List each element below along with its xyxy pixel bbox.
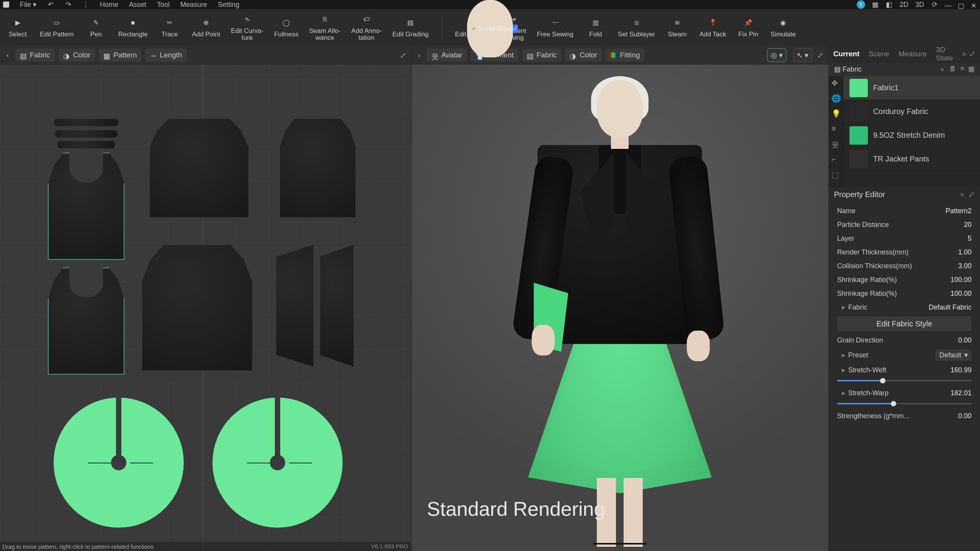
expand-3d-icon[interactable]: ⤢ xyxy=(816,51,825,59)
tool-add-annotation[interactable]: 🏷Add Anno-tation xyxy=(351,14,382,41)
fabric-row[interactable]: Fabric1 xyxy=(843,76,980,100)
chevron-icon[interactable]: ▸ xyxy=(842,389,845,397)
strength-value[interactable]: 0.00 xyxy=(958,412,972,420)
tool-rectangle[interactable]: ■Rectangle xyxy=(118,17,148,38)
pattern-skirt-circle[interactable] xyxy=(212,398,343,528)
list-view-icon[interactable]: ≡ xyxy=(960,65,964,74)
pattern-piece[interactable] xyxy=(320,245,354,367)
split-icon[interactable]: ◧ xyxy=(886,1,893,8)
tool-steam[interactable]: ≋Steam xyxy=(666,17,689,38)
tool-edit-curvature[interactable]: ∿Edit Curva-ture xyxy=(231,14,263,41)
tabs-expand-icon[interactable]: ⤢ xyxy=(969,49,975,58)
subbar-2d-prev[interactable]: ‹ xyxy=(4,51,11,59)
prop-name-value[interactable]: Pattern2 xyxy=(946,207,972,215)
tool-set-sublayer[interactable]: ≣Set Sublayer xyxy=(618,17,655,38)
menu-tool[interactable]: Tool xyxy=(157,1,170,9)
preset-select[interactable]: Default▾ xyxy=(936,349,972,361)
menu-home[interactable]: Home xyxy=(100,1,118,9)
prop-value[interactable]: 100.00 xyxy=(951,290,972,298)
bracket-icon[interactable]: ⌐ xyxy=(831,155,840,163)
tool-fix-pin[interactable]: 📌Fix Pin xyxy=(737,17,760,38)
move-icon[interactable]: ✥ xyxy=(831,78,840,87)
tab-measure[interactable]: Measure xyxy=(898,50,927,58)
prop-value[interactable]: 1.00 xyxy=(958,248,972,256)
view-2d[interactable]: 2D xyxy=(900,1,908,9)
grid-view-icon[interactable]: ▦ xyxy=(968,65,975,74)
canvas-2d[interactable]: Drag to move pattern, right-click to pat… xyxy=(0,65,411,551)
fabric-row[interactable]: TR Jacket Pants xyxy=(843,147,980,171)
tool-edit-pattern[interactable]: ▭Edit Pattern xyxy=(40,17,74,38)
chevron-icon[interactable]: ▸ xyxy=(842,351,845,359)
menu-asset[interactable]: Asset xyxy=(129,1,146,9)
cursor-mode-button[interactable]: ↖ ▾ xyxy=(793,48,812,62)
view-3d[interactable]: 3D xyxy=(915,1,924,9)
chip-color[interactable]: ◑Color xyxy=(59,49,95,62)
pattern-piece[interactable] xyxy=(149,118,249,218)
window-maximize[interactable]: ▢ xyxy=(958,2,964,8)
more-icon[interactable]: ⋮ xyxy=(82,1,89,8)
stretch-warp-slider[interactable] xyxy=(837,400,972,408)
tool-free-sewing[interactable]: 〰Free Sewing xyxy=(537,17,573,38)
tab-scene[interactable]: Scene xyxy=(869,50,889,58)
cube-icon[interactable]: ⬚ xyxy=(831,170,840,179)
prop-value[interactable]: 3.00 xyxy=(958,262,972,270)
add-fabric-icon[interactable]: ＋ xyxy=(939,65,946,74)
chip-avatar[interactable]: 웃Avatar xyxy=(427,49,467,62)
camera-mode-button[interactable]: ◎ ▾ xyxy=(767,48,786,62)
menu-setting[interactable]: Setting xyxy=(218,1,239,9)
tabs-more-icon[interactable]: » xyxy=(962,49,966,58)
pattern-piece[interactable] xyxy=(279,118,356,218)
pattern-piece[interactable] xyxy=(54,130,118,138)
chip-color-3d[interactable]: ◑Color xyxy=(565,49,601,62)
tool-pen[interactable]: ✎Pen xyxy=(85,17,108,38)
pattern-piece[interactable] xyxy=(48,153,124,260)
prop-expand-icon[interactable]: ⤢ xyxy=(968,190,975,199)
tool-select[interactable]: ▶Select xyxy=(6,17,29,38)
viewport-3d[interactable]: Standard Rendering xyxy=(412,65,828,551)
tool-add-point[interactable]: ⊕Add Point xyxy=(192,17,220,38)
tool-seam-allowance[interactable]: ⎘Seam Allo-wance xyxy=(309,14,340,41)
prop-value[interactable]: 100.00 xyxy=(951,276,972,284)
grain-value[interactable]: 0.00 xyxy=(958,336,972,344)
tool-simulate[interactable]: ◉Simulate xyxy=(771,17,796,38)
tool-fullness[interactable]: ◯Fullness xyxy=(274,17,298,38)
globe-icon[interactable]: 🌐 xyxy=(831,94,840,102)
stretch-warp-value[interactable]: 182.01 xyxy=(951,389,972,397)
pattern-skirt-circle[interactable] xyxy=(54,398,184,528)
light-icon[interactable]: 💡 xyxy=(831,109,840,117)
tool-fold[interactable]: ▥Fold xyxy=(584,17,607,38)
pattern-piece[interactable] xyxy=(142,245,253,371)
chip-pattern[interactable]: ▦Pattern xyxy=(99,49,141,62)
tool-add-tack[interactable]: 📍Add Tack xyxy=(699,17,726,38)
fabric-row[interactable]: Corduroy Fabric xyxy=(843,100,980,124)
expand-2d-icon[interactable]: ⤢ xyxy=(399,51,407,59)
prop-more-icon[interactable]: » xyxy=(960,190,964,199)
prop-value[interactable]: 20 xyxy=(964,221,972,229)
chip-fabric[interactable]: ▤Fabric xyxy=(15,49,55,62)
pattern-piece[interactable] xyxy=(48,267,124,375)
tool-trace[interactable]: ✂Trace xyxy=(158,17,181,38)
tab-current[interactable]: Current xyxy=(833,50,860,58)
refresh-icon[interactable]: ⟳ xyxy=(931,1,938,8)
chevron-icon[interactable]: ▸ xyxy=(842,303,845,311)
subbar-3d-prev[interactable]: ‹ xyxy=(415,51,423,59)
user-icon[interactable]: 웃 xyxy=(831,140,840,148)
chip-length[interactable]: ↔Length xyxy=(145,49,186,62)
prop-value[interactable]: 5 xyxy=(968,235,972,243)
tool-edit-grading[interactable]: ▤Edit Grading xyxy=(392,17,429,38)
tab-3dstate[interactable]: 3D State xyxy=(936,46,953,62)
pattern-piece[interactable] xyxy=(57,140,116,149)
delete-fabric-icon[interactable]: 🗑 xyxy=(949,65,956,74)
menu-file[interactable]: File ▾ xyxy=(20,0,36,9)
chevron-icon[interactable]: ▸ xyxy=(842,366,845,374)
window-minimize[interactable]: — xyxy=(945,2,951,8)
chip-fabric-3d[interactable]: ▤Fabric xyxy=(522,49,562,62)
fabric-value[interactable]: Default Fabric xyxy=(929,303,972,311)
pattern-piece[interactable] xyxy=(276,245,314,367)
edit-fabric-style-button[interactable]: Edit Fabric Style xyxy=(837,316,972,331)
user-avatar[interactable]: Y xyxy=(857,0,865,9)
ruler-icon[interactable]: ≡ xyxy=(831,124,840,133)
layout-icon[interactable]: ▦ xyxy=(872,1,879,8)
redo-icon[interactable]: ↷ xyxy=(65,1,72,8)
stretch-weft-slider[interactable] xyxy=(837,377,972,385)
